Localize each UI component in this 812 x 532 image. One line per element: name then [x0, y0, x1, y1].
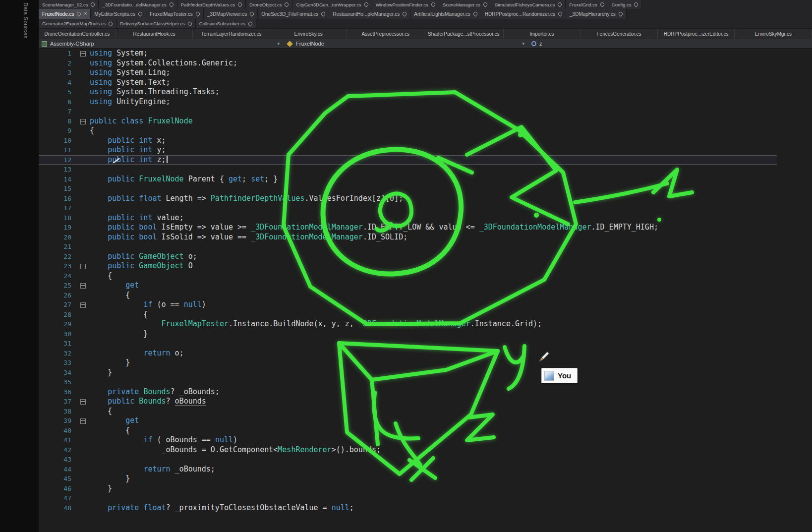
tab-ShaderPackage...stProcessor.cs[interactable]: ShaderPackage...stProcessor.cs: [424, 29, 504, 39]
code-line-34[interactable]: 34 }: [39, 368, 777, 378]
pin-icon[interactable]: [137, 11, 143, 16]
fold-marker-icon[interactable]: [78, 416, 90, 426]
code-line-27[interactable]: 27 if (o == null): [39, 300, 777, 310]
code-line-1[interactable]: 1using System;: [39, 49, 777, 59]
tab-FruxelMapTester.cs[interactable]: FruxelMapTester.cs: [146, 9, 204, 19]
code-line-46[interactable]: 46 }: [39, 484, 777, 494]
tab-Config.cs[interactable]: Config.cs: [608, 0, 642, 9]
tab-EnviroSky.cs[interactable]: EnviroSky.cs: [270, 29, 348, 39]
pin-icon[interactable]: [247, 21, 253, 26]
code-line-5[interactable]: 5using System.Threading.Tasks;: [39, 87, 777, 97]
code-line-12[interactable]: 12 public int z;: [39, 155, 777, 165]
pin-icon[interactable]: [599, 1, 605, 7]
tab-CollisionSubscriber.cs[interactable]: CollisionSubscriber.cs: [196, 19, 256, 28]
code-line-14[interactable]: 14 public FruxelNode Parent { get; set; …: [39, 175, 777, 184]
class-dropdown[interactable]: FruxelNode ▾: [284, 39, 528, 48]
code-line-43[interactable]: 43: [39, 455, 777, 465]
tab-DroneOrientationController.cs[interactable]: DroneOrientationController.cs: [39, 29, 116, 39]
fold-marker-icon[interactable]: [78, 397, 90, 407]
code-line-2[interactable]: 2using System.Collections.Generic;: [39, 59, 777, 68]
tab-MyEditorScripts.cs[interactable]: MyEditorScripts.cs: [91, 9, 146, 19]
tab-EnviroSkyMgr.cs[interactable]: EnviroSkyMgr.cs: [735, 29, 812, 39]
data-sources-tab[interactable]: Data Sources: [23, 2, 29, 39]
code-line-41[interactable]: 41 if (_oBounds == null): [39, 435, 777, 445]
tab-Generator2ExportMapTools.cs[interactable]: Generator2ExportMapTools.cs: [39, 19, 116, 28]
tab-DroneObject.cs[interactable]: DroneObject.cs: [246, 0, 292, 9]
tab-Importer.cs[interactable]: Importer.cs: [504, 29, 581, 39]
tab-ArtificialLightsManager.cs[interactable]: ArtificialLightsManager.cs: [410, 9, 481, 19]
code-line-35[interactable]: 35: [39, 377, 777, 387]
pin-icon[interactable]: [634, 1, 639, 7]
code-line-47[interactable]: 47: [39, 493, 777, 503]
tab-SceneManager.cs[interactable]: SceneManager.cs: [439, 0, 491, 9]
code-line-37[interactable]: 37 public Bounds? oBounds: [39, 397, 777, 407]
fold-marker-icon[interactable]: [78, 49, 90, 59]
tab-AssetPreprocessor.cs[interactable]: AssetPreprocessor.cs: [347, 29, 424, 39]
pin-icon[interactable]: [557, 11, 563, 16]
tab-HDRPPostproc...izerEditor.cs[interactable]: HDRPPostproc...izerEditor.cs: [658, 29, 735, 39]
code-line-23[interactable]: 23 public GameObject O: [39, 261, 777, 271]
tab-_3DFoundatio...delManager.cs[interactable]: _3DFoundatio...delManager.cs: [99, 0, 177, 9]
code-line-24[interactable]: 24 {: [39, 271, 777, 281]
pin-icon[interactable]: [195, 11, 200, 16]
tab-CityGen3DGen...torWrapper.cs[interactable]: CityGen3DGen...torWrapper.cs: [292, 0, 372, 9]
code-line-15[interactable]: 15: [39, 184, 777, 194]
pin-icon[interactable]: [472, 11, 478, 16]
pin-icon[interactable]: [402, 11, 407, 16]
tab-RestaurantHo...pleManager.cs[interactable]: RestaurantHo...pleManager.cs: [329, 9, 410, 19]
code-line-32[interactable]: 32 return o;: [39, 349, 777, 358]
tab-OneSec3D_FileFormat.cs[interactable]: OneSec3D_FileFormat.cs: [258, 9, 329, 19]
code-line-6[interactable]: 6using UnityEngine;: [39, 97, 777, 107]
pin-icon[interactable]: [108, 21, 114, 26]
pin-icon[interactable]: [169, 1, 174, 7]
tab-FencesGenerator.cs[interactable]: FencesGenerator.cs: [580, 29, 658, 39]
fold-marker-icon[interactable]: [78, 281, 90, 291]
code-line-9[interactable]: 9{: [39, 126, 777, 136]
pin-icon[interactable]: [284, 1, 290, 7]
tab-PathfinderDepthValues.cs[interactable]: PathfinderDepthValues.cs: [177, 0, 246, 9]
pin-icon[interactable]: [321, 11, 326, 16]
code-line-42[interactable]: 42 _oBounds = O.GetComponent<MeshRendere…: [39, 445, 777, 455]
code-line-26[interactable]: 26 {: [39, 291, 777, 300]
code-line-44[interactable]: 44 return _oBounds;: [39, 465, 777, 474]
tab-HDRPPostproc...Randomizer.cs[interactable]: HDRPPostproc...Randomizer.cs: [481, 9, 566, 19]
code-line-7[interactable]: 7: [39, 107, 777, 117]
pin-icon[interactable]: [557, 1, 563, 7]
fold-marker-icon[interactable]: [78, 300, 90, 310]
tab-SceneManager_02.cs[interactable]: SceneManager_02.cs: [39, 0, 99, 9]
pin-icon[interactable]: [76, 11, 82, 16]
code-line-33[interactable]: 33 }: [39, 358, 777, 368]
code-line-29[interactable]: 29 FruxelMapTester.Instance.BuildNode(x,…: [39, 319, 777, 329]
code-line-19[interactable]: 19 public bool IsEmpty => value >= _3DFo…: [39, 223, 777, 233]
pin-icon[interactable]: [430, 1, 436, 7]
code-line-38[interactable]: 38 {: [39, 407, 777, 416]
code-line-8[interactable]: 8public class FruxelNode: [39, 117, 777, 126]
tab-RestaurantHook.cs[interactable]: RestaurantHook.cs: [116, 29, 193, 39]
project-dropdown[interactable]: Assembly-CSharp ▾: [39, 39, 284, 48]
code-line-31[interactable]: 31: [39, 339, 777, 349]
code-line-40[interactable]: 40 {: [39, 426, 777, 436]
code-line-4[interactable]: 4using System.Text;: [39, 78, 777, 88]
tab-WindowPositionFinder.cs[interactable]: WindowPositionFinder.cs: [372, 0, 439, 9]
code-line-30[interactable]: 30 }: [39, 329, 777, 339]
code-line-13[interactable]: 13: [39, 165, 777, 175]
code-line-16[interactable]: 16 public float Length => PathfinderDept…: [39, 194, 777, 204]
tab-FruxelGrid.cs[interactable]: FruxelGrid.cs: [566, 0, 608, 9]
tab-FruxelNode.cs[interactable]: FruxelNode.cs×: [39, 9, 91, 19]
pin-icon[interactable]: [90, 1, 96, 7]
code-line-22[interactable]: 22 public GameObject o;: [39, 252, 777, 262]
close-icon[interactable]: ×: [84, 11, 87, 16]
code-line-18[interactable]: 18 public int value;: [39, 213, 777, 223]
code-line-28[interactable]: 28 {: [39, 310, 777, 320]
code-line-10[interactable]: 10 public int x;: [39, 136, 777, 146]
tab-SimulatedFisheyeCamera.cs[interactable]: SimulatedFisheyeCamera.cs: [491, 0, 566, 9]
code-line-11[interactable]: 11 public int y;: [39, 145, 777, 155]
code-line-39[interactable]: 39 get: [39, 416, 777, 426]
member-dropdown[interactable]: z: [528, 39, 812, 48]
code-line-21[interactable]: 21: [39, 242, 777, 252]
pin-icon[interactable]: [249, 11, 255, 16]
code-line-36[interactable]: 36 private Bounds? _oBounds;: [39, 387, 777, 397]
fold-marker-icon[interactable]: [78, 117, 90, 126]
pin-icon[interactable]: [482, 1, 488, 7]
code-editor[interactable]: 1using System;2using System.Collections.…: [39, 49, 812, 532]
